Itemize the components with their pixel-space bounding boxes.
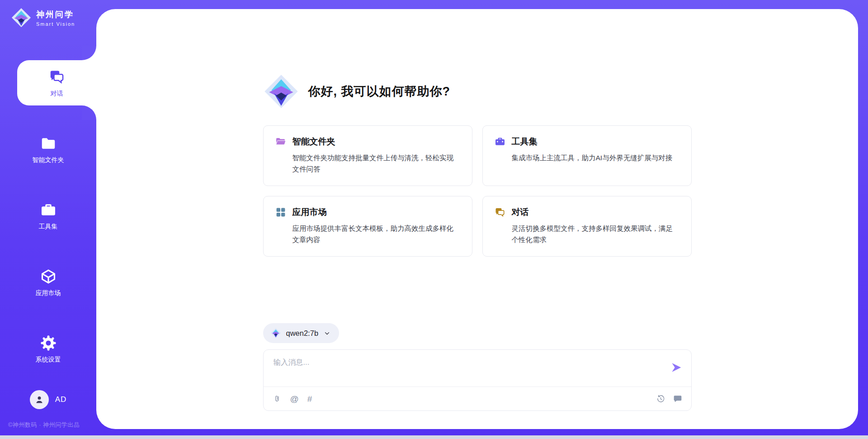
chevron-down-icon [323, 329, 331, 337]
tab-curve-bottom [82, 105, 96, 120]
greeting-text: 你好, 我可以如何帮助你? [308, 83, 451, 100]
avatar [30, 390, 49, 409]
gear-icon [40, 334, 57, 352]
user-name: AD [55, 395, 67, 404]
message-input[interactable] [274, 358, 662, 383]
attachment-icon[interactable] [273, 394, 282, 404]
brand-name: 神州问学 [36, 9, 75, 20]
main-panel: 你好, 我可以如何帮助你? 智能文件夹 智能文件夹功能支持批量文件上传与清洗，轻… [96, 9, 858, 429]
brand-diamond-icon [11, 7, 32, 28]
sidebar-item-app-market[interactable]: 应用市场 [0, 260, 96, 305]
sidebar-item-label: 应用市场 [36, 289, 61, 297]
hashtag-icon[interactable]: # [307, 395, 312, 403]
sidebar-item-toolset[interactable]: 工具集 [0, 193, 96, 239]
sidebar-item-smart-folder[interactable]: 智能文件夹 [0, 127, 96, 172]
folder-open-icon [275, 136, 286, 147]
history-icon[interactable] [656, 394, 665, 404]
toolbox-icon [40, 201, 57, 219]
tab-curve-top [82, 46, 96, 60]
user-profile[interactable]: AD [0, 390, 96, 409]
assistant-logo-icon [263, 73, 299, 110]
card-smart-folder[interactable]: 智能文件夹 智能文件夹功能支持批量文件上传与清洗，轻松实现文件问答 [263, 125, 472, 186]
card-title: 智能文件夹 [292, 136, 335, 148]
card-title: 对话 [512, 206, 529, 218]
cube-icon [40, 268, 57, 285]
briefcase-icon [495, 136, 505, 147]
card-description: 灵活切换多模型文件，支持多样回复效果调试，满足个性化需求 [512, 223, 679, 245]
mention-icon[interactable]: @ [290, 395, 299, 403]
card-description: 智能文件夹功能支持批量文件上传与清洗，轻松实现文件问答 [292, 152, 460, 175]
card-description: 应用市场提供丰富长文本模板，助力高效生成多样化文章内容 [292, 223, 460, 245]
copyright-text: ©神州数码 · 神州问学出品 [8, 421, 80, 429]
model-name: qwen2:7b [286, 329, 319, 338]
card-title: 应用市场 [292, 206, 327, 218]
sidebar-item-label: 工具集 [39, 223, 58, 231]
chat-icon [495, 207, 505, 218]
chat-icon [48, 68, 66, 86]
sidebar-item-chat[interactable]: 对话 [17, 60, 96, 105]
card-chat[interactable]: 对话 灵活切换多模型文件，支持多样回复效果调试，满足个性化需求 [482, 196, 692, 257]
sidebar-item-label: 对话 [51, 90, 63, 98]
send-icon[interactable] [670, 362, 682, 373]
brand-logo: 神州问学 Smart Vision [11, 7, 75, 28]
message-composer: @ # [263, 349, 692, 411]
brand-subtitle: Smart Vision [36, 21, 75, 27]
sidebar-item-label: 系统设置 [36, 356, 61, 364]
feature-cards: 智能文件夹 智能文件夹功能支持批量文件上传与清洗，轻松实现文件问答 工具集 集成… [263, 125, 692, 257]
sidebar-item-settings[interactable]: 系统设置 [0, 326, 96, 372]
card-title: 工具集 [512, 136, 538, 148]
card-description: 集成市场上主流工具，助力AI与外界无缝扩展与对接 [512, 152, 679, 163]
window-bottom-edge [0, 435, 868, 439]
model-logo-icon [270, 328, 281, 339]
feedback-bubble-icon[interactable] [673, 394, 682, 403]
grid-icon [275, 207, 286, 218]
model-selector[interactable]: qwen2:7b [263, 323, 340, 343]
person-icon [34, 394, 45, 405]
greeting: 你好, 我可以如何帮助你? [263, 73, 451, 110]
card-toolset[interactable]: 工具集 集成市场上主流工具，助力AI与外界无缝扩展与对接 [482, 125, 692, 186]
card-app-market[interactable]: 应用市场 应用市场提供丰富长文本模板，助力高效生成多样化文章内容 [263, 196, 472, 257]
composer-toolbar: @ # [264, 387, 691, 410]
sidebar-item-label: 智能文件夹 [33, 156, 64, 164]
folder-icon [40, 135, 57, 152]
